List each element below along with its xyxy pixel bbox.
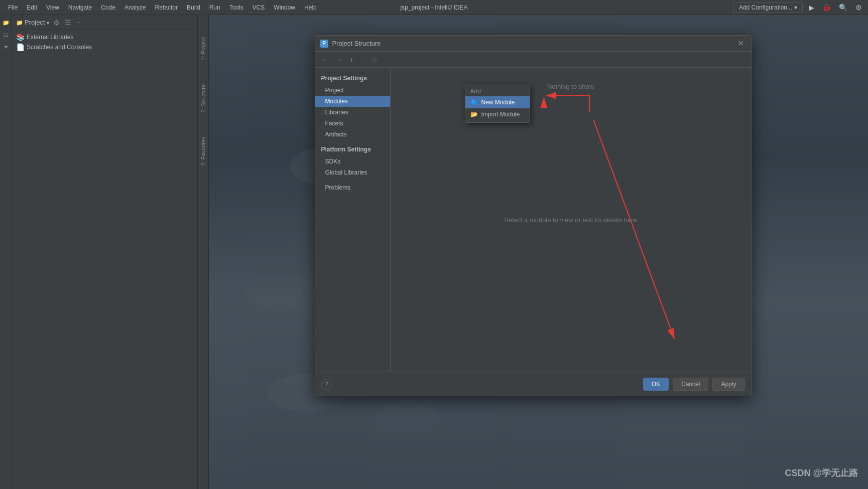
project-tree: 📚 External Libraries 📄 Scratches and Con… (12, 30, 197, 489)
project-icon[interactable]: 📁 (1, 17, 12, 28)
panel-layout-icon[interactable]: ☰ (64, 18, 72, 28)
nav-item-global-libraries[interactable]: Global Libraries (315, 167, 390, 178)
dialog-content: Project Settings Project Modules Librari… (315, 68, 751, 372)
apply-button[interactable]: Apply (712, 378, 745, 391)
dialog-title-text: Project Structure (332, 40, 735, 47)
panel-close-icon[interactable]: − (75, 18, 81, 28)
ide-menu: File Edit View Navigate Code Analyze Ref… (4, 3, 321, 13)
menu-navigate[interactable]: Navigate (64, 3, 96, 13)
menu-view[interactable]: View (42, 3, 63, 13)
tree-item-scratches[interactable]: 📄 Scratches and Consoles (12, 42, 197, 52)
dialog-overlay: P Project Structure ✕ ← → + − ⧉ Project (198, 15, 868, 489)
nav-divider (315, 140, 390, 144)
panel-settings-icon[interactable]: ⚙ (52, 18, 61, 28)
dialog-title-icon: P (320, 40, 328, 48)
dialog-nav: Project Settings Project Modules Librari… (315, 68, 391, 372)
project-panel: 📁 Project ▾ ⚙ ☰ − 📚 External Libraries 📄… (12, 15, 198, 489)
settings-icon[interactable]: ⚙ (853, 3, 864, 13)
app-title: jsp_project - IntelliJ IDEA (400, 4, 467, 11)
help-button[interactable]: ? (321, 379, 332, 390)
nothing-to-show-text: Nothing to show (547, 83, 594, 90)
project-panel-title: 📁 Project ▾ (16, 19, 49, 26)
toolbar-add-button[interactable]: + (347, 55, 356, 65)
select-module-text: Select a module to view or edit its deta… (504, 216, 637, 224)
ide-main: 📁 🗂 ★ 📁 Project ▾ ⚙ ☰ − 📚 External Libra… (0, 15, 868, 489)
menu-file[interactable]: File (4, 3, 22, 13)
nav-item-project[interactable]: Project (315, 85, 390, 96)
ok-button[interactable]: OK (643, 378, 669, 391)
dropdown-new-module[interactable]: 🔷 New Module (465, 96, 530, 108)
project-settings-label: Project Settings (315, 73, 390, 84)
toolbar-back-button[interactable]: ← (319, 55, 331, 65)
menu-window[interactable]: Window (270, 3, 299, 13)
ide-titlebar: File Edit View Navigate Code Analyze Ref… (0, 0, 868, 15)
dialog-right: Nothing to show Select a module to view … (391, 68, 751, 372)
menu-build[interactable]: Build (183, 3, 204, 13)
external-libraries-label: External Libraries (27, 34, 73, 41)
nav-item-modules[interactable]: Modules (315, 96, 390, 107)
add-config-label: Add Configuration... (739, 4, 792, 11)
platform-settings-label: Platform Settings (315, 144, 390, 155)
dialog-titlebar: P Project Structure ✕ (315, 36, 751, 52)
dropdown-import-module[interactable]: 📂 Import Module (465, 108, 530, 120)
menu-refactor[interactable]: Refactor (151, 3, 182, 13)
menu-help[interactable]: Help (300, 3, 321, 13)
project-structure-dialog: P Project Structure ✕ ← → + − ⧉ Project (315, 35, 752, 396)
external-libraries-icon: 📚 (16, 33, 25, 41)
search-icon-button[interactable]: 🔍 (837, 3, 849, 13)
nav-item-problems[interactable]: Problems (315, 182, 390, 193)
nav-divider-2 (315, 178, 390, 182)
favorites-icon[interactable]: ★ (1, 41, 12, 52)
structure-icon[interactable]: 🗂 (1, 29, 12, 40)
nav-item-sdks[interactable]: SDKs (315, 156, 390, 167)
dropdown-import-module-label: Import Module (481, 111, 520, 118)
ide-top-right: Add Configuration... ▾ ▶ 🐞 🔍 ⚙ (733, 2, 864, 13)
project-dropdown-icon: 📁 (16, 20, 25, 26)
dialog-toolbar: ← → + − ⧉ (315, 52, 751, 68)
editor-area: 1: Project 2: Structure 2: Favorites CSD… (198, 15, 868, 489)
dropdown-header: Add (465, 86, 530, 96)
scratches-label: Scratches and Consoles (27, 44, 92, 51)
chevron-icon: ▾ (47, 20, 49, 26)
toolbar-copy-button[interactable]: ⧉ (369, 55, 380, 65)
dropdown-menu: Add 🔷 New Module 📂 Import Module (465, 84, 530, 123)
debug-button[interactable]: 🐞 (820, 3, 833, 13)
toolbar-remove-button[interactable]: − (358, 55, 367, 65)
dialog-footer: ? OK Cancel Apply (315, 372, 751, 396)
tree-item-external-libraries[interactable]: 📚 External Libraries (12, 32, 197, 42)
new-module-icon: 🔷 (470, 98, 478, 106)
menu-run[interactable]: Run (205, 3, 224, 13)
import-module-icon: 📂 (470, 110, 478, 118)
menu-analyze[interactable]: Analyze (120, 3, 150, 13)
project-title-label: Project (25, 19, 45, 26)
nav-item-facets[interactable]: Facets (315, 118, 390, 129)
run-button[interactable]: ▶ (807, 3, 816, 13)
menu-tools[interactable]: Tools (225, 3, 247, 13)
left-icon-strip: 📁 🗂 ★ (0, 15, 12, 489)
dropdown-new-module-label: New Module (481, 99, 515, 106)
svg-line-8 (593, 120, 674, 339)
dialog-close-button[interactable]: ✕ (735, 39, 746, 49)
project-panel-header: 📁 Project ▾ ⚙ ☰ − (12, 15, 197, 30)
toolbar-forward-button[interactable]: → (333, 55, 345, 65)
menu-vcs[interactable]: VCS (249, 3, 269, 13)
cancel-button[interactable]: Cancel (673, 378, 708, 391)
chevron-down-icon: ▾ (794, 4, 797, 11)
nav-item-artifacts[interactable]: Artifacts (315, 129, 390, 140)
scratches-icon: 📄 (16, 43, 25, 51)
menu-edit[interactable]: Edit (23, 3, 41, 13)
nav-item-libraries[interactable]: Libraries (315, 107, 390, 118)
add-configuration-button[interactable]: Add Configuration... ▾ (733, 2, 803, 13)
menu-code[interactable]: Code (97, 3, 119, 13)
